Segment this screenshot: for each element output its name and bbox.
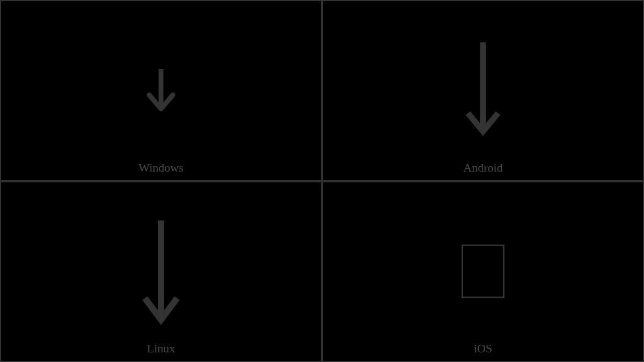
arrow-down-icon	[140, 58, 182, 123]
cell-ios: iOS	[322, 181, 644, 363]
arrow-down-icon	[134, 212, 188, 330]
arrow-down-icon	[456, 37, 510, 144]
glyph-comparison-grid: Windows Android Linux iOS	[0, 0, 644, 362]
cell-android: Android	[322, 0, 644, 181]
platform-label: iOS	[474, 342, 492, 356]
platform-label: Windows	[138, 161, 183, 175]
cell-windows: Windows	[0, 0, 322, 181]
platform-label: Linux	[147, 342, 175, 356]
missing-glyph-icon	[462, 245, 504, 298]
cell-linux: Linux	[0, 181, 322, 363]
platform-label: Android	[463, 161, 502, 175]
